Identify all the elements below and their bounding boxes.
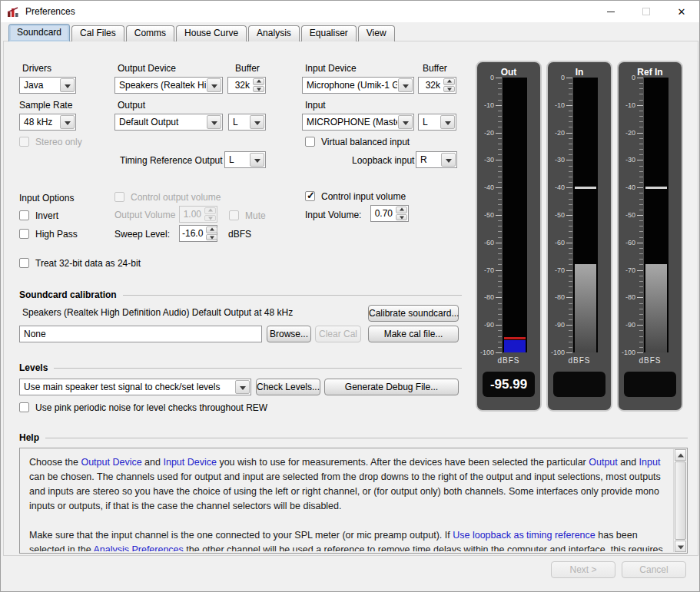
spinner-up-icon[interactable]	[443, 78, 455, 85]
spinner-down-icon[interactable]	[253, 86, 264, 93]
meter-value-display: -95.99	[483, 372, 535, 397]
chevron-down-icon[interactable]	[441, 153, 456, 167]
input-buffer-spinner[interactable]: 32k	[418, 77, 456, 94]
minimize-icon	[607, 12, 615, 12]
browse-button[interactable]: Browse...	[267, 326, 311, 342]
meter-scale-label: -60	[548, 240, 565, 246]
help-link-analysis-preferences[interactable]: Analysis Preferences	[93, 544, 183, 551]
spinner-up-icon[interactable]	[253, 78, 264, 85]
meter-signal-bar	[504, 340, 526, 352]
meter-tick-minor	[498, 259, 502, 260]
spinner-down-icon[interactable]	[396, 214, 407, 221]
meter-tick-minor	[569, 154, 572, 155]
levels-signal-select[interactable]: Use main speaker test signal to check/se…	[19, 379, 251, 395]
control-input-volume-checkbox[interactable]: Control input volume	[305, 190, 406, 202]
chevron-down-icon[interactable]	[235, 380, 250, 394]
meter-tick-major	[637, 243, 643, 243]
meter-tick-minor	[639, 116, 643, 117]
help-link-input[interactable]: Input	[639, 457, 661, 468]
tab-equaliser[interactable]: Equaliser	[301, 25, 357, 41]
meter-tick-minor	[498, 248, 502, 249]
chevron-down-icon[interactable]	[398, 115, 413, 129]
sample-rate-select[interactable]: 48 kHz	[19, 114, 76, 131]
close-button[interactable]: ✕	[664, 1, 699, 22]
spinner-down-icon[interactable]	[443, 86, 455, 93]
meter-tick-minor	[639, 220, 643, 221]
meter-tick-minor	[569, 309, 572, 309]
chevron-down-icon[interactable]	[60, 78, 75, 92]
chevron-down-icon[interactable]	[60, 115, 75, 129]
meter-tick-minor	[639, 314, 643, 315]
meter-tick-minor	[498, 193, 502, 193]
output-select[interactable]: Default Output	[114, 114, 223, 131]
meter-tick-minor	[569, 182, 572, 183]
help-link-output[interactable]: Output	[589, 457, 618, 468]
chevron-down-icon[interactable]	[250, 153, 264, 167]
spinner-up-icon[interactable]	[396, 207, 407, 213]
output-device-select[interactable]: Speakers (Realtek Hig...	[114, 77, 223, 94]
sweep-level-spinner[interactable]: -16.0	[179, 225, 217, 242]
meter-tick-major	[566, 160, 572, 160]
tab-view[interactable]: View	[358, 25, 395, 41]
make-cal-file-button[interactable]: Make cal file...	[368, 326, 459, 342]
input-select[interactable]: MICROPHONE (Master ...	[302, 114, 414, 131]
tab-cal-files[interactable]: Cal Files	[71, 25, 124, 41]
tab-soundcard[interactable]: Soundcard	[8, 24, 70, 41]
calibrate-soundcard-button[interactable]: Calibrate soundcard...	[368, 305, 459, 322]
meter-tick-minor	[569, 248, 572, 249]
meter-tick-minor	[498, 83, 502, 84]
meter-tick-minor	[498, 220, 502, 221]
minimize-button[interactable]	[593, 1, 629, 22]
drivers-select[interactable]: Java	[19, 77, 76, 94]
pink-noise-checkbox[interactable]: Use pink periodic noise for level checks…	[19, 402, 267, 413]
scrollbar-thumb[interactable]	[675, 461, 686, 540]
tab-house-curve[interactable]: House Curve	[176, 25, 247, 41]
chevron-down-icon[interactable]	[250, 115, 264, 129]
generate-debug-file-button[interactable]: Generate Debug File...	[324, 379, 459, 395]
high-pass-checkbox[interactable]: High Pass	[19, 228, 78, 240]
meter-tick-minor	[498, 116, 502, 117]
loopback-input-select[interactable]: R	[416, 151, 457, 168]
help-scrollbar[interactable]	[673, 449, 686, 552]
meter-tick-minor	[498, 231, 502, 232]
meter-tick-minor	[498, 111, 502, 111]
help-text-segment: can be chosen. The channels used for out…	[29, 471, 661, 511]
cal-file-field[interactable]: None	[19, 326, 262, 342]
meter-tick-minor	[569, 264, 572, 265]
chevron-down-icon[interactable]	[207, 78, 221, 92]
chevron-down-icon[interactable]	[398, 78, 413, 92]
output-volume-spinner: 1.00	[179, 206, 217, 223]
preferences-dialog: Preferences ✕ SoundcardCal FilesCommsHou…	[0, 0, 700, 592]
output-channel-select[interactable]: L	[228, 114, 266, 131]
chevron-down-icon[interactable]	[440, 115, 455, 129]
help-link-output-device[interactable]: Output Device	[81, 457, 141, 468]
input-volume-spinner[interactable]: 0.70	[370, 205, 409, 222]
window-title: Preferences	[25, 6, 75, 17]
control-output-volume-checkbox: Control output volume	[114, 191, 221, 203]
scrollbar-down-icon[interactable]	[675, 541, 686, 552]
spinner-down-icon[interactable]	[206, 234, 217, 241]
output-buffer-spinner[interactable]: 32k	[227, 77, 266, 94]
timing-reference-output-select[interactable]: L	[224, 151, 266, 168]
meter-tick-minor	[639, 231, 643, 232]
spinner-up-icon[interactable]	[206, 227, 217, 233]
invert-checkbox[interactable]: Invert	[19, 210, 58, 221]
meter-tick-minor	[569, 336, 572, 337]
virtual-balanced-input-checkbox[interactable]: Virtual balanced input	[305, 136, 410, 147]
input-channel-select[interactable]: L	[418, 114, 456, 131]
scrollbar-up-icon[interactable]	[675, 449, 686, 461]
input-device-select[interactable]: Microphone (Umik-1 G...	[302, 77, 414, 94]
meter-tick-major	[566, 352, 572, 353]
tab-comms[interactable]: Comms	[126, 25, 174, 41]
meter-tick-minor	[569, 319, 572, 320]
chevron-down-icon[interactable]	[207, 115, 221, 129]
treat-32bit-checkbox[interactable]: Treat 32-bit data as 24-bit	[19, 257, 141, 269]
tab-analysis[interactable]: Analysis	[248, 25, 300, 41]
check-levels-button[interactable]: Check Levels...	[256, 379, 320, 395]
help-link-input-device[interactable]: Input Device	[163, 457, 216, 468]
output-buffer-label: Buffer	[235, 63, 260, 74]
meter-tick-minor	[569, 259, 572, 260]
meter-tick-minor	[639, 193, 643, 193]
meter-scale-label: -30	[477, 157, 494, 164]
help-link-use-loopback-as-timing-reference[interactable]: Use loopback as timing reference	[453, 530, 595, 541]
